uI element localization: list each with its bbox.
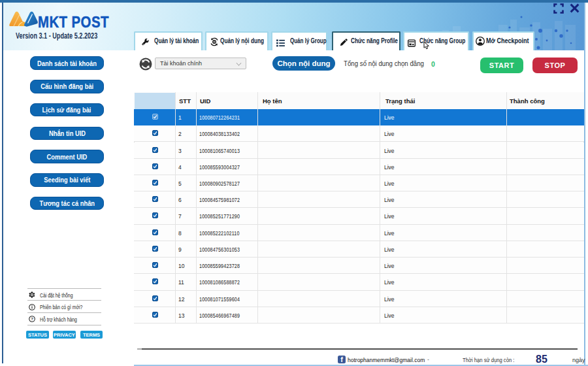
svg-text:?: ? xyxy=(31,317,33,321)
